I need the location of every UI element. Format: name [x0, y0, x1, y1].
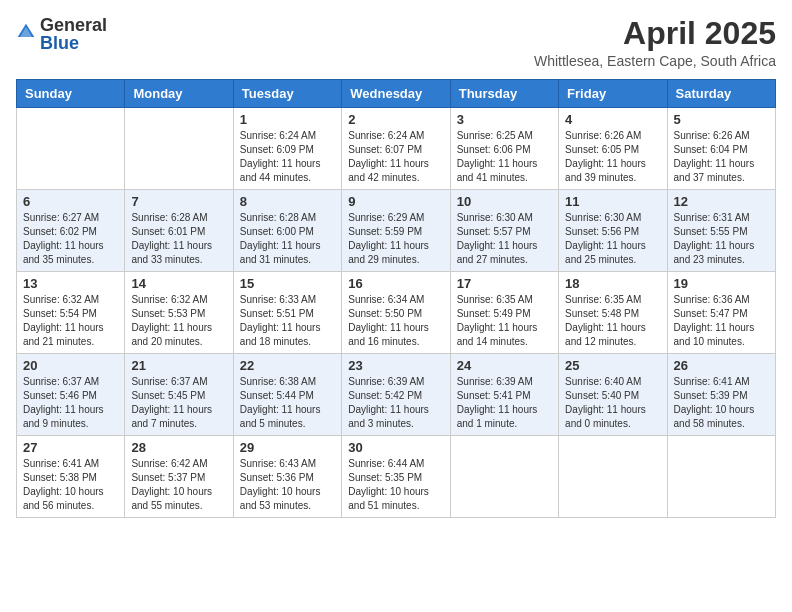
cell-content: Sunrise: 6:34 AMSunset: 5:50 PMDaylight:…: [348, 293, 443, 349]
day-number: 12: [674, 194, 769, 209]
weekday-header-sunday: Sunday: [17, 80, 125, 108]
weekday-header-thursday: Thursday: [450, 80, 558, 108]
cell-content: Sunrise: 6:35 AMSunset: 5:48 PMDaylight:…: [565, 293, 660, 349]
day-number: 26: [674, 358, 769, 373]
calendar-cell: 12Sunrise: 6:31 AMSunset: 5:55 PMDayligh…: [667, 190, 775, 272]
weekday-header-row: SundayMondayTuesdayWednesdayThursdayFrid…: [17, 80, 776, 108]
calendar-cell: [559, 436, 667, 518]
cell-content: Sunrise: 6:27 AMSunset: 6:02 PMDaylight:…: [23, 211, 118, 267]
day-number: 30: [348, 440, 443, 455]
day-number: 20: [23, 358, 118, 373]
cell-content: Sunrise: 6:28 AMSunset: 6:00 PMDaylight:…: [240, 211, 335, 267]
calendar-cell: 16Sunrise: 6:34 AMSunset: 5:50 PMDayligh…: [342, 272, 450, 354]
weekday-header-wednesday: Wednesday: [342, 80, 450, 108]
calendar-cell: 2Sunrise: 6:24 AMSunset: 6:07 PMDaylight…: [342, 108, 450, 190]
cell-content: Sunrise: 6:41 AMSunset: 5:39 PMDaylight:…: [674, 375, 769, 431]
cell-content: Sunrise: 6:37 AMSunset: 5:46 PMDaylight:…: [23, 375, 118, 431]
cell-content: Sunrise: 6:24 AMSunset: 6:07 PMDaylight:…: [348, 129, 443, 185]
cell-content: Sunrise: 6:44 AMSunset: 5:35 PMDaylight:…: [348, 457, 443, 513]
calendar-cell: 6Sunrise: 6:27 AMSunset: 6:02 PMDaylight…: [17, 190, 125, 272]
weekday-header-friday: Friday: [559, 80, 667, 108]
day-number: 7: [131, 194, 226, 209]
day-number: 19: [674, 276, 769, 291]
calendar-cell: 30Sunrise: 6:44 AMSunset: 5:35 PMDayligh…: [342, 436, 450, 518]
cell-content: Sunrise: 6:26 AMSunset: 6:04 PMDaylight:…: [674, 129, 769, 185]
day-number: 14: [131, 276, 226, 291]
cell-content: Sunrise: 6:32 AMSunset: 5:54 PMDaylight:…: [23, 293, 118, 349]
calendar-cell: 24Sunrise: 6:39 AMSunset: 5:41 PMDayligh…: [450, 354, 558, 436]
calendar-cell: 11Sunrise: 6:30 AMSunset: 5:56 PMDayligh…: [559, 190, 667, 272]
calendar-week-4: 20Sunrise: 6:37 AMSunset: 5:46 PMDayligh…: [17, 354, 776, 436]
calendar-cell: 18Sunrise: 6:35 AMSunset: 5:48 PMDayligh…: [559, 272, 667, 354]
cell-content: Sunrise: 6:35 AMSunset: 5:49 PMDaylight:…: [457, 293, 552, 349]
day-number: 9: [348, 194, 443, 209]
day-number: 21: [131, 358, 226, 373]
calendar-cell: 19Sunrise: 6:36 AMSunset: 5:47 PMDayligh…: [667, 272, 775, 354]
cell-content: Sunrise: 6:39 AMSunset: 5:42 PMDaylight:…: [348, 375, 443, 431]
day-number: 24: [457, 358, 552, 373]
calendar-cell: 14Sunrise: 6:32 AMSunset: 5:53 PMDayligh…: [125, 272, 233, 354]
cell-content: Sunrise: 6:36 AMSunset: 5:47 PMDaylight:…: [674, 293, 769, 349]
calendar-cell: 29Sunrise: 6:43 AMSunset: 5:36 PMDayligh…: [233, 436, 341, 518]
cell-content: Sunrise: 6:37 AMSunset: 5:45 PMDaylight:…: [131, 375, 226, 431]
calendar-cell: 17Sunrise: 6:35 AMSunset: 5:49 PMDayligh…: [450, 272, 558, 354]
day-number: 5: [674, 112, 769, 127]
calendar-cell: 15Sunrise: 6:33 AMSunset: 5:51 PMDayligh…: [233, 272, 341, 354]
cell-content: Sunrise: 6:25 AMSunset: 6:06 PMDaylight:…: [457, 129, 552, 185]
calendar-cell: 21Sunrise: 6:37 AMSunset: 5:45 PMDayligh…: [125, 354, 233, 436]
calendar-table: SundayMondayTuesdayWednesdayThursdayFrid…: [16, 79, 776, 518]
calendar-week-1: 1Sunrise: 6:24 AMSunset: 6:09 PMDaylight…: [17, 108, 776, 190]
cell-content: Sunrise: 6:24 AMSunset: 6:09 PMDaylight:…: [240, 129, 335, 185]
calendar-week-5: 27Sunrise: 6:41 AMSunset: 5:38 PMDayligh…: [17, 436, 776, 518]
location-subtitle: Whittlesea, Eastern Cape, South Africa: [534, 53, 776, 69]
calendar-cell: [450, 436, 558, 518]
calendar-cell: 13Sunrise: 6:32 AMSunset: 5:54 PMDayligh…: [17, 272, 125, 354]
logo-blue-text: Blue: [40, 34, 107, 52]
calendar-cell: [125, 108, 233, 190]
cell-content: Sunrise: 6:26 AMSunset: 6:05 PMDaylight:…: [565, 129, 660, 185]
weekday-header-saturday: Saturday: [667, 80, 775, 108]
cell-content: Sunrise: 6:30 AMSunset: 5:56 PMDaylight:…: [565, 211, 660, 267]
cell-content: Sunrise: 6:32 AMSunset: 5:53 PMDaylight:…: [131, 293, 226, 349]
cell-content: Sunrise: 6:33 AMSunset: 5:51 PMDaylight:…: [240, 293, 335, 349]
day-number: 15: [240, 276, 335, 291]
logo: General Blue: [16, 16, 107, 52]
calendar-cell: 25Sunrise: 6:40 AMSunset: 5:40 PMDayligh…: [559, 354, 667, 436]
day-number: 3: [457, 112, 552, 127]
day-number: 18: [565, 276, 660, 291]
day-number: 27: [23, 440, 118, 455]
calendar-cell: 26Sunrise: 6:41 AMSunset: 5:39 PMDayligh…: [667, 354, 775, 436]
day-number: 1: [240, 112, 335, 127]
cell-content: Sunrise: 6:43 AMSunset: 5:36 PMDaylight:…: [240, 457, 335, 513]
day-number: 22: [240, 358, 335, 373]
title-area: April 2025 Whittlesea, Eastern Cape, Sou…: [534, 16, 776, 69]
cell-content: Sunrise: 6:30 AMSunset: 5:57 PMDaylight:…: [457, 211, 552, 267]
header: General Blue April 2025 Whittlesea, East…: [16, 16, 776, 69]
calendar-week-2: 6Sunrise: 6:27 AMSunset: 6:02 PMDaylight…: [17, 190, 776, 272]
month-title: April 2025: [534, 16, 776, 51]
day-number: 4: [565, 112, 660, 127]
calendar-cell: 5Sunrise: 6:26 AMSunset: 6:04 PMDaylight…: [667, 108, 775, 190]
calendar-cell: 10Sunrise: 6:30 AMSunset: 5:57 PMDayligh…: [450, 190, 558, 272]
cell-content: Sunrise: 6:29 AMSunset: 5:59 PMDaylight:…: [348, 211, 443, 267]
calendar-cell: 22Sunrise: 6:38 AMSunset: 5:44 PMDayligh…: [233, 354, 341, 436]
day-number: 2: [348, 112, 443, 127]
day-number: 16: [348, 276, 443, 291]
calendar-cell: 3Sunrise: 6:25 AMSunset: 6:06 PMDaylight…: [450, 108, 558, 190]
calendar-cell: 23Sunrise: 6:39 AMSunset: 5:42 PMDayligh…: [342, 354, 450, 436]
cell-content: Sunrise: 6:28 AMSunset: 6:01 PMDaylight:…: [131, 211, 226, 267]
day-number: 23: [348, 358, 443, 373]
logo-general-text: General: [40, 16, 107, 34]
day-number: 8: [240, 194, 335, 209]
calendar-cell: 28Sunrise: 6:42 AMSunset: 5:37 PMDayligh…: [125, 436, 233, 518]
day-number: 28: [131, 440, 226, 455]
calendar-cell: 8Sunrise: 6:28 AMSunset: 6:00 PMDaylight…: [233, 190, 341, 272]
logo-icon: [16, 22, 36, 42]
day-number: 17: [457, 276, 552, 291]
cell-content: Sunrise: 6:40 AMSunset: 5:40 PMDaylight:…: [565, 375, 660, 431]
day-number: 29: [240, 440, 335, 455]
calendar-cell: [17, 108, 125, 190]
cell-content: Sunrise: 6:39 AMSunset: 5:41 PMDaylight:…: [457, 375, 552, 431]
weekday-header-tuesday: Tuesday: [233, 80, 341, 108]
calendar-cell: 20Sunrise: 6:37 AMSunset: 5:46 PMDayligh…: [17, 354, 125, 436]
